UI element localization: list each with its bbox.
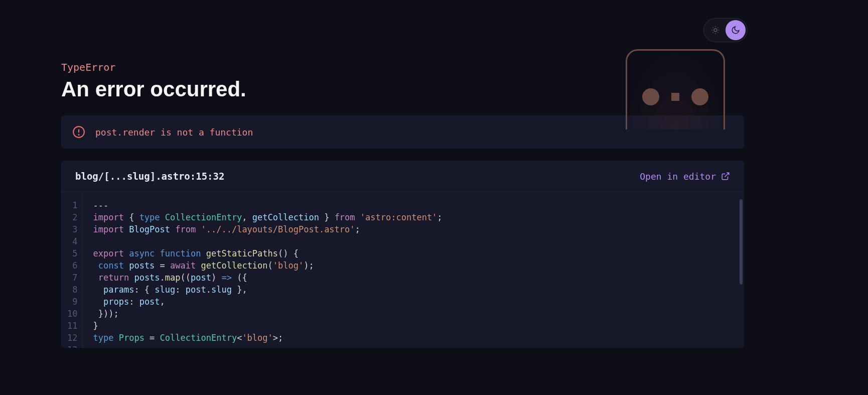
- svg-line-12: [725, 173, 729, 177]
- external-link-icon: [721, 172, 730, 181]
- code-line: export async function getStaticPaths() {: [93, 247, 734, 259]
- alert-circle-icon: [72, 125, 85, 139]
- line-number: 7: [67, 272, 77, 284]
- svg-line-4: [717, 32, 718, 33]
- code-line: return posts.map((post) => ({: [93, 272, 734, 284]
- error-message-text: post.render is not a function: [95, 127, 253, 138]
- robot-eye-right: [691, 88, 708, 105]
- code-body: 12345678910111213 ---import { type Colle…: [61, 192, 744, 348]
- line-number: 1: [67, 199, 77, 211]
- line-number: 9: [67, 296, 77, 308]
- open-in-editor-label: Open in editor: [640, 171, 716, 182]
- line-number: 4: [67, 235, 77, 247]
- scrollbar-thumb[interactable]: [740, 199, 743, 285]
- svg-line-7: [713, 32, 713, 33]
- line-number: 11: [67, 320, 77, 332]
- code-lines: ---import { type CollectionEntry, getCol…: [83, 192, 744, 348]
- robot-illustration: [626, 49, 725, 129]
- sun-icon: [711, 26, 720, 35]
- svg-point-0: [714, 29, 717, 32]
- robot-eye-left: [642, 88, 659, 105]
- robot-mouth: [671, 93, 679, 101]
- svg-line-8: [717, 28, 718, 28]
- open-in-editor-link[interactable]: Open in editor: [640, 171, 730, 182]
- code-line: [93, 344, 734, 348]
- code-line: type Props = CollectionEntry<'blog'>;: [93, 332, 734, 344]
- code-line: params: { slug: post.slug },: [93, 284, 734, 296]
- code-line: const posts = await getCollection('blog'…: [93, 259, 734, 272]
- code-line: import BlogPost from '../../layouts/Blog…: [93, 223, 734, 235]
- line-number: 13: [67, 344, 77, 348]
- code-panel: blog/[...slug].astro:15:32 Open in edito…: [61, 161, 744, 348]
- code-line: [93, 235, 734, 247]
- code-line: }));: [93, 308, 734, 320]
- code-header: blog/[...slug].astro:15:32 Open in edito…: [61, 161, 744, 192]
- theme-light-button[interactable]: [705, 20, 726, 40]
- code-line: props: post,: [93, 296, 734, 308]
- svg-point-11: [78, 135, 79, 135]
- code-line: import { type CollectionEntry, getCollec…: [93, 211, 734, 223]
- code-line: ---: [93, 199, 734, 211]
- line-number: 12: [67, 332, 77, 344]
- line-number: 2: [67, 211, 77, 223]
- line-number: 5: [67, 247, 77, 259]
- theme-dark-button[interactable]: [726, 20, 746, 40]
- line-number: 3: [67, 223, 77, 235]
- file-location: blog/[...slug].astro:15:32: [75, 171, 224, 182]
- line-number: 8: [67, 284, 77, 296]
- moon-icon: [731, 26, 740, 35]
- line-number: 6: [67, 259, 77, 272]
- svg-line-3: [713, 28, 713, 28]
- code-line: }: [93, 320, 734, 332]
- line-gutter: 12345678910111213: [61, 192, 83, 348]
- line-number: 10: [67, 308, 77, 320]
- theme-toggle[interactable]: [703, 18, 748, 42]
